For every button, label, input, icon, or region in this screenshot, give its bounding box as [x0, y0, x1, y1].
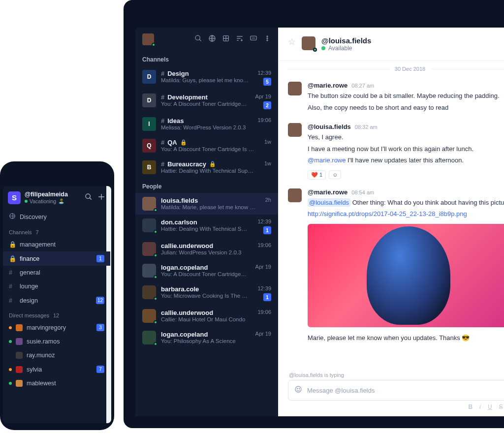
- channel-name: lounge: [20, 283, 104, 290]
- person-row[interactable]: don.carlson Hattie: Dealing With Technic…: [135, 215, 278, 238]
- presence-dot: [154, 320, 158, 324]
- channel-name: Ideas: [167, 117, 184, 124]
- person-row[interactable]: callie.underwood Julian: WordPress Versi…: [135, 238, 278, 260]
- channel-preview: Matilda: Guys, please let me know wh...: [161, 77, 250, 83]
- star-icon[interactable]: ☆: [288, 36, 296, 47]
- phone-channel-row[interactable]: #design12: [3, 293, 110, 308]
- section-header-dms: Direct messages 12: [3, 308, 110, 320]
- bold-button[interactable]: B: [469, 404, 473, 410]
- timestamp: 12:39: [257, 218, 271, 224]
- message-composer[interactable]: Message @louisa.fields: [288, 380, 504, 401]
- person-row[interactable]: logan.copeland You: Philosophy As A Scie…: [135, 327, 278, 348]
- message-text: The button size could be a bit smaller. …: [308, 91, 504, 101]
- person-row[interactable]: logan.copeland You: A Discount Toner Car…: [135, 260, 278, 281]
- phone-channel-row[interactable]: #lounge: [3, 280, 110, 293]
- message-author[interactable]: @louisa.fields: [308, 123, 351, 130]
- search-icon[interactable]: [194, 34, 202, 44]
- phone-dm-row[interactable]: susie.ramos: [3, 335, 110, 348]
- message: @marie.rowe08:27 amThe button size could…: [278, 79, 504, 120]
- section-header-channels: Channels 7: [3, 224, 110, 237]
- svg-point-13: [295, 386, 301, 392]
- discovery-link[interactable]: Discovery: [3, 209, 110, 224]
- presence-dot: [152, 43, 156, 47]
- mention[interactable]: @marie.rowe: [308, 156, 346, 164]
- section-header-people: People: [135, 178, 278, 193]
- svg-point-11: [267, 38, 268, 39]
- phone-dm-row[interactable]: marvingregory3: [3, 320, 110, 335]
- add-reaction-button[interactable]: ☺: [329, 170, 341, 179]
- channel-name: general: [20, 269, 104, 276]
- conversation-avatar[interactable]: [302, 36, 315, 50]
- message-preview: You: A Discount Toner Cartridge Is B...: [161, 271, 248, 277]
- phone-dm-row[interactable]: ray.munoz: [3, 348, 110, 362]
- mention[interactable]: @louisa.fields: [308, 198, 350, 207]
- globe-icon[interactable]: [208, 34, 216, 44]
- sidebar-toolbar: [194, 34, 271, 44]
- channel-row[interactable]: D #Development You: A Discount Toner Car…: [135, 90, 278, 113]
- channel-row[interactable]: I #Ideas Melissa: WordPress Version 2.0.…: [135, 113, 278, 135]
- italic-button[interactable]: i: [479, 404, 481, 410]
- phone-dm-row[interactable]: mablewest: [3, 376, 110, 390]
- presence-dot: [9, 382, 12, 385]
- message-avatar[interactable]: [288, 123, 302, 137]
- channel-count-badge: 7: [35, 229, 38, 235]
- hash-icon: #: [9, 297, 16, 304]
- channel-name: Bureaucracy: [167, 160, 206, 168]
- dm-avatar: [16, 352, 23, 359]
- phone-header: S @filipealmeida Vacationing🏝️: [3, 186, 110, 209]
- svg-line-1: [199, 39, 201, 41]
- channel-tile: D: [142, 93, 156, 107]
- unread-badge: 5: [263, 78, 271, 86]
- search-icon[interactable]: [85, 193, 93, 202]
- person-row[interactable]: callie.underwood Callie: Maui Hotel Or M…: [135, 305, 278, 327]
- compose-icon[interactable]: [97, 193, 105, 202]
- current-user-avatar[interactable]: [142, 33, 154, 45]
- person-name: callie.underwood: [161, 309, 213, 316]
- timestamp: 19:06: [257, 117, 271, 123]
- reaction[interactable]: ❤️ 1: [308, 170, 326, 180]
- message-link[interactable]: http://significa.pt/drops/2017-04-25_22-…: [308, 210, 467, 218]
- svg-point-14: [297, 388, 297, 389]
- grid-icon[interactable]: [222, 34, 230, 44]
- lock-icon: 🔒: [209, 161, 216, 167]
- channel-row[interactable]: Q #QA🔒 You: A Discount Toner Cartridge I…: [135, 135, 278, 156]
- workspace-logo[interactable]: S: [8, 191, 21, 204]
- message-time: 08:27 am: [351, 83, 374, 89]
- strike-button[interactable]: S: [499, 404, 503, 410]
- dm-avatar: [16, 338, 23, 345]
- message-avatar[interactable]: [288, 188, 302, 202]
- message-text: Marie, please let me know when you updat…: [308, 333, 504, 343]
- message-text: Also, the copy needs to be short and eas…: [308, 103, 504, 113]
- message-avatar[interactable]: [288, 82, 302, 95]
- phone-channel-row[interactable]: #general: [3, 266, 110, 280]
- person-row[interactable]: louisa.fields Matilda: Marie, please let…: [135, 193, 278, 215]
- phone-channel-row[interactable]: 🔒finance1: [3, 251, 110, 266]
- sort-icon[interactable]: [236, 34, 244, 44]
- channel-row[interactable]: D #Design Matilda: Guys, please let me k…: [135, 66, 278, 90]
- underline-button[interactable]: U: [488, 404, 492, 410]
- message-author[interactable]: @marie.rowe: [308, 188, 347, 196]
- timestamp: 19:06: [257, 309, 271, 315]
- channel-preview: Melissa: WordPress Version 2.0.3: [161, 124, 250, 130]
- message-author[interactable]: @marie.rowe: [308, 82, 347, 89]
- message-text: Yes, I agree.: [308, 132, 504, 142]
- timestamp: Apr 19: [255, 93, 271, 99]
- kebab-icon[interactable]: [263, 34, 271, 44]
- presence-dot: [154, 297, 158, 301]
- phone-dm-row[interactable]: sylvia7: [3, 362, 110, 376]
- person-row[interactable]: barbara.cole You: Microwave Cooking Is T…: [135, 281, 278, 305]
- unread-badge: 3: [96, 324, 104, 331]
- person-avatar: [142, 218, 156, 232]
- timestamp: 1w: [264, 139, 271, 145]
- message-icon[interactable]: [250, 34, 257, 44]
- channel-row[interactable]: B #Bureaucracy🔒 Hattie: Dealing With Tec…: [135, 156, 278, 178]
- image-attachment[interactable]: [308, 224, 504, 327]
- person-avatar: [142, 242, 156, 256]
- presence-dot: [313, 48, 317, 52]
- message: @louisa.fields08:32 amYes, I agree.I hav…: [278, 120, 504, 186]
- phone-channel-row[interactable]: 🔒management: [3, 237, 110, 251]
- emoji-icon[interactable]: [294, 385, 302, 395]
- composer-placeholder: Message @louisa.fields: [307, 387, 375, 394]
- person-name: logan.copeland: [161, 264, 208, 271]
- channel-name: design: [20, 297, 92, 304]
